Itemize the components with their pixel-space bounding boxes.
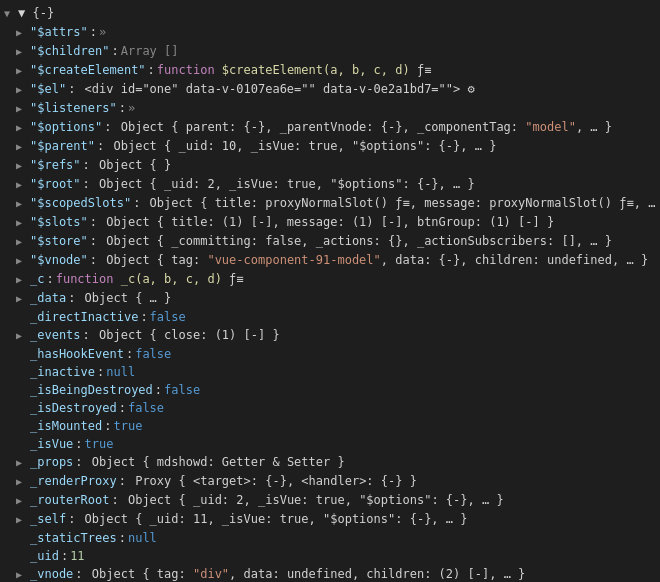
row-content: _isBeingDestroyed:false — [30, 381, 200, 399]
colon: : — [111, 44, 118, 58]
tree-toggle[interactable] — [16, 473, 30, 491]
tree-toggle[interactable] — [16, 454, 30, 472]
tree-row: "$slots": Object { title: (1) [-], messa… — [0, 213, 660, 232]
tree-toggle[interactable] — [16, 566, 30, 582]
colon: : — [104, 419, 111, 433]
bool-value: true — [85, 437, 114, 451]
row-content: "$store": Object { _committing: false, _… — [30, 232, 612, 250]
bracket: ▼ {-} — [18, 6, 54, 20]
tree-row: _isVue:true — [0, 435, 660, 453]
tree-toggle[interactable] — [16, 62, 30, 80]
null-value: null — [106, 365, 135, 379]
colon: : — [83, 158, 90, 172]
row-content: _c:function _c(a, b, c, d) ƒ≡ — [30, 270, 244, 288]
property-key: "$options" — [30, 120, 102, 134]
property-key: _uid — [30, 549, 59, 563]
property-key: _data — [30, 291, 66, 305]
tree-row: "$options": Object { parent: {-}, _paren… — [0, 118, 660, 137]
tree-toggle[interactable] — [16, 511, 30, 529]
property-key: _staticTrees — [30, 531, 117, 545]
colon: : — [90, 253, 97, 267]
plain-text: <div id="one" data-v-0107ea6e="" data-v-… — [77, 82, 467, 96]
tree-toggle[interactable] — [16, 81, 30, 99]
colon: : — [75, 437, 82, 451]
row-content: "$createElement":function $createElement… — [30, 61, 431, 79]
property-key: _events — [30, 328, 81, 342]
bool-value: true — [113, 419, 142, 433]
property-key: "$root" — [30, 177, 81, 191]
tree-toggle[interactable] — [16, 43, 30, 61]
tree-toggle[interactable] — [16, 233, 30, 251]
plain-text: , message: proxyNormalSlot() — [410, 196, 620, 210]
row-content: _directInactive:false — [30, 308, 186, 326]
row-content: _self: Object { _uid: 11, _isVue: true, … — [30, 510, 468, 528]
plain-text: Object { … } — [77, 291, 171, 305]
tree-toggle[interactable] — [16, 492, 30, 510]
row-content: "$options": Object { parent: {-}, _paren… — [30, 118, 612, 136]
property-key: _renderProxy — [30, 474, 117, 488]
row-content: "$slots": Object { title: (1) [-], messa… — [30, 213, 554, 231]
row-content: "$refs": Object { } — [30, 156, 171, 174]
string-value: "vue-component-91-model" — [207, 253, 380, 267]
colon: : — [90, 215, 97, 229]
plain-text: Object { _uid: 10, _isVue: true, "$optio… — [106, 139, 496, 153]
property-key: "$slots" — [30, 215, 88, 229]
property-key: "$listeners" — [30, 101, 117, 115]
property-key: _self — [30, 512, 66, 526]
number-value: 11 — [70, 549, 84, 563]
row-content: _hasHookEvent:false — [30, 345, 171, 363]
row-content: "$root": Object { _uid: 2, _isVue: true,… — [30, 175, 475, 193]
property-key: "$vnode" — [30, 253, 88, 267]
tree-toggle[interactable] — [16, 119, 30, 137]
debug-tree: ▼ {-}"$attrs":»"$children":Array []"$cre… — [0, 0, 660, 582]
tree-toggle[interactable] — [16, 176, 30, 194]
colon: : — [140, 310, 147, 324]
tree-toggle[interactable] — [16, 252, 30, 270]
property-key: _routerRoot — [30, 493, 109, 507]
gear-icon: ⚙ — [468, 82, 475, 96]
tree-toggle[interactable] — [16, 195, 30, 213]
tree-toggle[interactable] — [16, 100, 30, 118]
property-key: _vnode — [30, 567, 73, 581]
colon: : — [104, 120, 111, 134]
property-key: _hasHookEvent — [30, 347, 124, 361]
plain-text: , btnGroup: — [634, 196, 656, 210]
tree-row: "$listeners":» — [0, 99, 660, 118]
plain-text — [113, 272, 120, 286]
tree-toggle[interactable] — [16, 327, 30, 345]
tree-toggle[interactable] — [4, 5, 18, 23]
row-content: _events: Object { close: (1) [-] } — [30, 326, 280, 344]
plain-text: , data: undefined, children: (2) [-], … … — [229, 567, 525, 581]
row-content: _isDestroyed:false — [30, 399, 164, 417]
plain-text: Object { tag: — [85, 567, 193, 581]
tree-toggle[interactable] — [16, 157, 30, 175]
tree-toggle[interactable] — [16, 24, 30, 42]
colon: : — [119, 474, 126, 488]
colon: : — [75, 567, 82, 581]
property-key: _c — [30, 272, 44, 286]
plain-text: Proxy { <target>: {-}, <handler>: {-} } — [128, 474, 417, 488]
row-content: _data: Object { … } — [30, 289, 171, 307]
plain-text: Object { tag: — [99, 253, 207, 267]
null-value: null — [128, 531, 157, 545]
tree-row: _inactive:null — [0, 363, 660, 381]
dim-text: » — [99, 25, 106, 39]
row-content: _vnode: Object { tag: "div", data: undef… — [30, 565, 525, 582]
tree-row: _props: Object { mdshowd: Getter & Sette… — [0, 453, 660, 472]
tree-row: "$store": Object { _committing: false, _… — [0, 232, 660, 251]
plain-text: , … } — [576, 120, 612, 134]
bool-value: false — [150, 310, 186, 324]
dim-text: » — [128, 101, 135, 115]
tree-toggle[interactable] — [16, 290, 30, 308]
row-content: _staticTrees:null — [30, 529, 157, 547]
function-name: _c(a, b, c, d) — [121, 272, 222, 286]
plain-text: Object { _committing: false, _actions: {… — [99, 234, 612, 248]
tree-toggle[interactable] — [16, 271, 30, 289]
tree-row: _hasHookEvent:false — [0, 345, 660, 363]
tree-row: _staticTrees:null — [0, 529, 660, 547]
colon: : — [119, 101, 126, 115]
tree-toggle[interactable] — [16, 138, 30, 156]
tree-toggle[interactable] — [16, 214, 30, 232]
bool-value: false — [135, 347, 171, 361]
bool-value: false — [164, 383, 200, 397]
